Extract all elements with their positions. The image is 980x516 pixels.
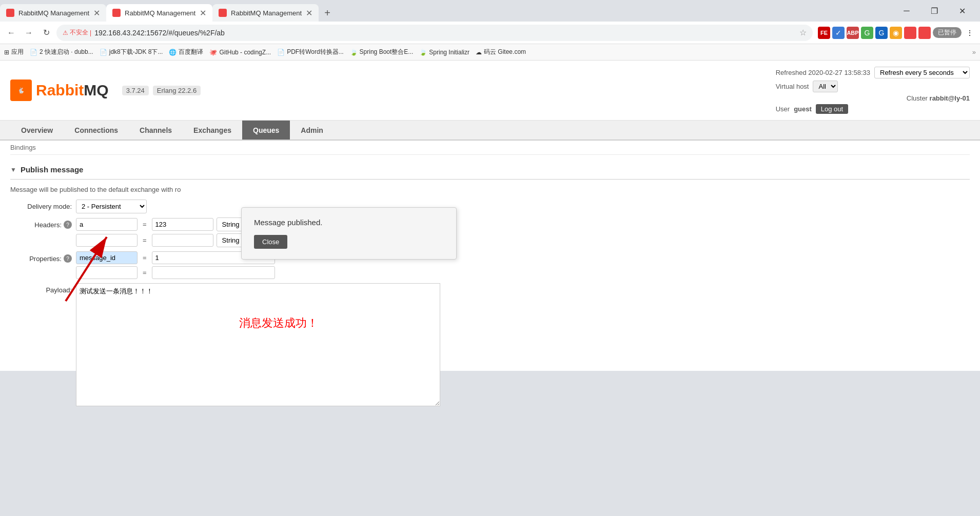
- tab-3-close[interactable]: ✕: [306, 8, 312, 18]
- delivery-mode-select[interactable]: 2 - Persistent 1 - Non-persistent: [76, 200, 147, 213]
- headers-label: Headers: ?: [10, 217, 72, 229]
- header-key-1[interactable]: [76, 218, 138, 231]
- equals-prop-1: =: [141, 254, 149, 262]
- bookmark-2[interactable]: 📄 jdk8下载-JDK 8下...: [100, 48, 163, 56]
- publish-section-header[interactable]: ▼ Publish message: [10, 160, 970, 180]
- tab-1-label: RabbitMQ Management: [18, 9, 89, 17]
- extension-icons: FE ✓ ABP G G ◉ 已暂停 ⋮: [816, 27, 976, 39]
- tab-3-label: RabbitMQ Management: [231, 9, 302, 17]
- maximize-button[interactable]: ❐: [923, 3, 946, 19]
- properties-help-icon[interactable]: ?: [64, 254, 72, 263]
- tab-admin[interactable]: Admin: [290, 121, 334, 140]
- header-key-2[interactable]: [76, 234, 138, 247]
- delivery-mode-row: Delivery mode: 2 - Persistent 1 - Non-pe…: [10, 200, 970, 213]
- header-row-2: = String: [76, 233, 251, 247]
- page-content: 🐇 RabbitMQ 3.7.24 Erlang 22.2.6 Refreshe…: [0, 61, 980, 371]
- bookmark-star[interactable]: ☆: [799, 28, 807, 37]
- bookmarks-bar: ⊞ 应用 📄 2 快速启动 · dubb... 📄 jdk8下载-JDK 8下.…: [0, 44, 980, 61]
- user-value: guest: [794, 105, 812, 113]
- bookmark-apps[interactable]: ⊞ 应用: [4, 48, 24, 56]
- bookmark-7[interactable]: 🍃 Spring Initializr: [419, 49, 469, 56]
- virtual-host-select[interactable]: All: [813, 81, 838, 92]
- property-key-1[interactable]: [76, 251, 138, 264]
- bookmark-8[interactable]: ☁ 码云 Gitee.com: [476, 48, 526, 56]
- headers-grid: = String = Strin: [76, 217, 251, 247]
- ext-color[interactable]: ◉: [890, 27, 902, 39]
- logout-button[interactable]: Log out: [816, 104, 848, 114]
- tab-channels[interactable]: Channels: [129, 121, 183, 140]
- equals-1: =: [141, 221, 149, 228]
- property-key-2[interactable]: [76, 266, 138, 279]
- equals-2: =: [141, 236, 149, 244]
- back-button[interactable]: ←: [4, 26, 18, 40]
- tab-1-close[interactable]: ✕: [93, 8, 100, 18]
- reload-button[interactable]: ↻: [39, 26, 53, 40]
- collapse-triangle: ▼: [10, 166, 16, 173]
- rmq-header: 🐇 RabbitMQ 3.7.24 Erlang 22.2.6 Refreshe…: [0, 61, 980, 121]
- address-bar: ← → ↻ ⚠ 不安全 | 192.168.43.242:15672/#/que…: [0, 22, 980, 44]
- ext-g1[interactable]: G: [861, 27, 873, 39]
- cluster-row: Cluster rabbit@ly-01: [776, 94, 970, 102]
- publish-section-label: Publish message: [21, 165, 84, 174]
- equals-prop-2: =: [141, 269, 149, 276]
- bookmarks-more[interactable]: »: [972, 48, 976, 56]
- headers-help-icon[interactable]: ?: [64, 221, 72, 229]
- header-value-2[interactable]: [152, 234, 213, 247]
- logo-text: RabbitMQ: [36, 82, 109, 99]
- window-controls: ─ ❐ ✕: [889, 3, 980, 19]
- tab-2-favicon: [112, 9, 121, 17]
- ext-abp[interactable]: ABP: [847, 27, 859, 39]
- publish-section: ▼ Publish message Message will be publis…: [10, 160, 970, 361]
- nav-tabs: Overview Connections Channels Exchanges …: [0, 121, 980, 141]
- properties-row: Properties: ? = =: [10, 251, 970, 279]
- tab-1[interactable]: RabbitMQ Management ✕: [0, 4, 106, 22]
- version-badges: 3.7.24 Erlang 22.2.6: [122, 86, 201, 95]
- tab-exchanges[interactable]: Exchanges: [183, 121, 242, 140]
- tab-2-label: RabbitMQ Management: [125, 9, 195, 17]
- content-wrapper: Headers: ? = String: [10, 217, 970, 279]
- bookmark-3[interactable]: 🌐 百度翻译: [169, 48, 203, 56]
- bookmark-4[interactable]: 🐙 GitHub - codingZ...: [209, 49, 271, 56]
- tab-connections[interactable]: Connections: [64, 121, 129, 140]
- ext-more[interactable]: ⋮: [964, 27, 976, 39]
- new-tab-button[interactable]: +: [319, 4, 336, 22]
- close-button[interactable]: ✕: [950, 3, 974, 19]
- header-value-1[interactable]: [152, 218, 213, 231]
- ext-paused[interactable]: 已暂停: [933, 27, 962, 38]
- property-value-2[interactable]: [152, 266, 275, 279]
- minimize-button[interactable]: ─: [895, 3, 918, 19]
- payload-label: Payload:: [10, 283, 72, 294]
- bookmark-5[interactable]: 📄 PDF转Word转换器...: [277, 48, 343, 56]
- payload-textarea[interactable]: 测试发送一条消息！！！: [76, 283, 440, 406]
- properties-label: Properties: ?: [10, 251, 72, 263]
- address-box[interactable]: ⚠ 不安全 | 192.168.43.242:15672/#/queues/%2…: [56, 25, 813, 41]
- ext-red1[interactable]: [904, 27, 916, 39]
- tab-bar: RabbitMQ Management ✕ RabbitMQ Managemen…: [0, 0, 980, 22]
- logo-group: 🐇 RabbitMQ: [10, 80, 109, 101]
- main-content: Bindings ▼ Publish message Message will …: [0, 141, 980, 371]
- user-row: User guest Log out: [776, 104, 970, 114]
- rmq-logo: 🐇 RabbitMQ 3.7.24 Erlang 22.2.6: [10, 80, 201, 101]
- header-row-1: = String: [76, 217, 251, 231]
- ext-check[interactable]: ✓: [832, 27, 845, 39]
- bookmark-6[interactable]: 🍃 Spring Boot整合E...: [350, 48, 414, 56]
- tab-2-close[interactable]: ✕: [200, 8, 206, 18]
- popup-close-button[interactable]: Close: [254, 235, 287, 249]
- erlang-badge: Erlang 22.2.6: [153, 86, 201, 95]
- ext-g2[interactable]: G: [875, 27, 888, 39]
- tab-queues[interactable]: Queues: [242, 121, 290, 140]
- tab-overview[interactable]: Overview: [10, 121, 64, 140]
- bindings-label: Bindings: [10, 144, 36, 151]
- description-text: Message will be published to the default…: [10, 186, 970, 193]
- logo-icon: 🐇: [10, 80, 32, 101]
- payload-row: Payload: 测试发送一条消息！！！ 消息发送成功！: [10, 283, 970, 331]
- tab-2[interactable]: RabbitMQ Management ✕: [106, 4, 212, 22]
- ext-red2[interactable]: [918, 27, 931, 39]
- bookmark-1[interactable]: 📄 2 快速启动 · dubb...: [30, 48, 93, 56]
- forward-button[interactable]: →: [22, 26, 36, 40]
- refresh-select[interactable]: Refresh every 5 seconds Refresh every 10…: [874, 67, 970, 78]
- cluster-label: Cluster: [907, 94, 928, 102]
- tab-3[interactable]: RabbitMQ Management ✕: [212, 4, 319, 22]
- payload-container: 测试发送一条消息！！！ 消息发送成功！: [76, 283, 440, 331]
- ext-fe[interactable]: FE: [818, 27, 830, 39]
